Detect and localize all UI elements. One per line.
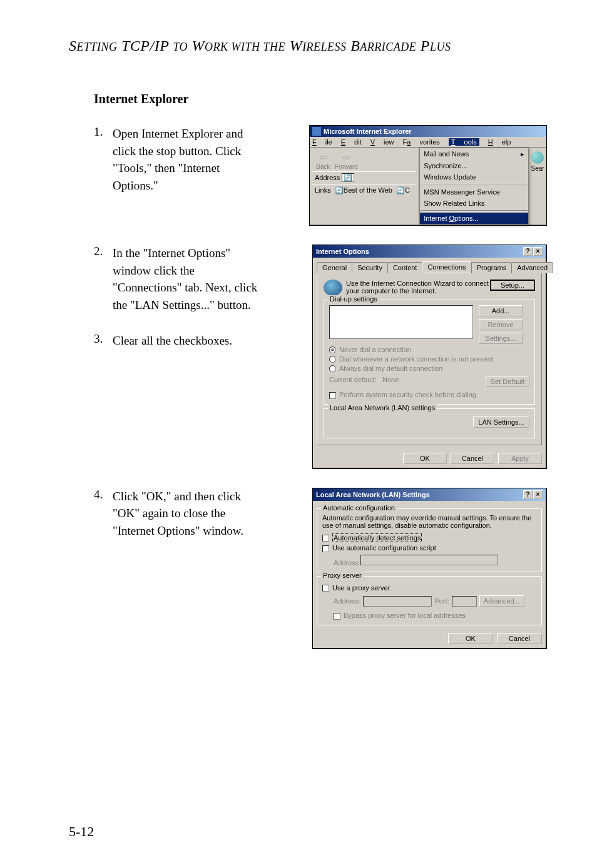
dialup-list[interactable] — [329, 305, 473, 339]
tab-advanced[interactable]: Advanced — [511, 262, 553, 273]
bypass-check: Bypass proxy server for local addresses — [334, 612, 536, 620]
step-num-3: 3. — [94, 332, 113, 350]
menu-favorites[interactable]: Favorites — [403, 138, 440, 146]
tab-connections[interactable]: Connections — [422, 261, 471, 273]
ie-window: Microsoft Internet Explorer File Edit Vi… — [309, 125, 547, 226]
internet-options-dialog: Internet Options ? × General Security Co… — [312, 245, 547, 469]
dialup-label: Dial-up settings — [328, 295, 379, 303]
use-proxy-check[interactable]: Use a proxy server — [322, 584, 536, 592]
page-number: 5-12 — [69, 824, 94, 840]
tab-programs[interactable]: Programs — [471, 262, 513, 273]
step-text-2: In the "Internet Options" window click t… — [113, 245, 269, 313]
tools-dropdown: Mail and News▸ Synchronize... Windows Up… — [419, 148, 529, 225]
add-button[interactable]: Add... — [479, 305, 523, 316]
forward-button[interactable]: ⇨Forward — [335, 151, 358, 170]
ie-title: Microsoft Internet Explorer — [324, 128, 412, 135]
page-heading: SETTING TCP/IP TO WORK WITH THE WIRELESS… — [69, 38, 547, 54]
menu-edit[interactable]: Edit — [341, 138, 362, 146]
ok-button[interactable]: OK — [403, 453, 447, 464]
radio-always: Always dial my default connection — [329, 365, 529, 372]
lan-label: Local Area Network (LAN) settings — [328, 404, 437, 411]
tab-general[interactable]: General — [317, 262, 352, 273]
globe-icon — [324, 280, 342, 296]
tab-security[interactable]: Security — [352, 262, 388, 273]
lan-ok-button[interactable]: OK — [448, 633, 493, 644]
auto-detect-check[interactable]: Automatically detect settings — [322, 534, 536, 542]
settings-button: Settings... — [479, 333, 523, 344]
radio-whenever: Dial whenever a network connection is no… — [329, 355, 529, 363]
proxy-label: Proxy server — [321, 572, 364, 579]
lan-close-button[interactable]: × — [533, 490, 543, 499]
setup-button[interactable]: Setup... — [490, 280, 535, 291]
help-button[interactable]: ? — [523, 247, 533, 256]
address-input[interactable]: 🔄 — [342, 173, 354, 182]
step-num-4: 4. — [94, 488, 113, 502]
menu-msn-messenger[interactable]: MSN Messenger Service — [420, 186, 528, 198]
menu-tools[interactable]: Tools — [449, 138, 479, 146]
step-num-1: 1. — [94, 125, 113, 139]
menu-related-links[interactable]: Show Related Links — [420, 198, 528, 209]
proxy-advanced-button: Advanced... — [479, 595, 524, 607]
perform-check: Perform system security check before dia… — [329, 391, 529, 399]
proxy-address-input — [363, 596, 432, 607]
ie-titlebar: Microsoft Internet Explorer — [310, 126, 546, 137]
lan-cancel-button[interactable]: Cancel — [497, 633, 542, 644]
address-bar: Address 🔄 — [312, 171, 416, 184]
menu-view[interactable]: View — [370, 138, 394, 146]
cancel-button[interactable]: Cancel — [451, 453, 494, 464]
apply-button: Apply — [498, 453, 542, 464]
auto-config-label: Automatic configuration — [321, 504, 397, 512]
lan-settings-dialog: Local Area Network (LAN) Settings ? × Au… — [312, 488, 547, 649]
wizard-text: Use the Internet Connection Wizard to co… — [346, 280, 490, 295]
menu-windows-update[interactable]: Windows Update — [420, 171, 528, 183]
section-title: Internet Explorer — [94, 92, 547, 106]
lan-dlg-title: Local Area Network (LAN) Settings — [316, 491, 430, 498]
auto-config-text: Automatic configuration may override man… — [322, 514, 536, 529]
step-text-1: Open Internet Explorer and click the sto… — [113, 125, 269, 194]
lan-help-button[interactable]: ? — [523, 490, 533, 499]
back-button[interactable]: ⇦Back — [316, 151, 330, 170]
links-bar: Links 🔄Best of the Web 🔄C — [312, 184, 416, 196]
menu-help[interactable]: Help — [488, 138, 511, 146]
proxy-port-input — [452, 596, 477, 607]
script-address-input — [360, 555, 498, 565]
menu-synchronize[interactable]: Synchronize... — [420, 160, 528, 171]
menu-mail-news[interactable]: Mail and News▸ — [420, 148, 528, 160]
search-icon — [531, 151, 544, 164]
ie-menubar: File Edit View Favorites Tools Help — [310, 137, 546, 148]
step-text-3: Clear all the checkboxes. — [113, 332, 269, 350]
ie-icon — [312, 127, 321, 136]
auto-script-check[interactable]: Use automatic configuration script — [322, 544, 536, 552]
step-text-4: Click "OK," and then click "OK" again to… — [113, 488, 269, 540]
menu-internet-options[interactable]: Internet Options... — [420, 213, 528, 224]
dlg-title: Internet Options — [316, 248, 369, 255]
setdefault-button: Set Default — [486, 376, 529, 387]
tab-content[interactable]: Content — [387, 262, 423, 273]
links-best[interactable]: Best of the Web — [344, 186, 392, 194]
close-button[interactable]: × — [533, 247, 543, 256]
lan-settings-button[interactable]: LAN Settings... — [473, 416, 529, 428]
radio-never: Never dial a connection — [329, 346, 529, 353]
search-button[interactable]: Sear — [529, 148, 546, 225]
step-num-2: 2. — [94, 245, 113, 313]
menu-file[interactable]: File — [312, 138, 332, 146]
remove-button: Remove — [479, 319, 523, 330]
